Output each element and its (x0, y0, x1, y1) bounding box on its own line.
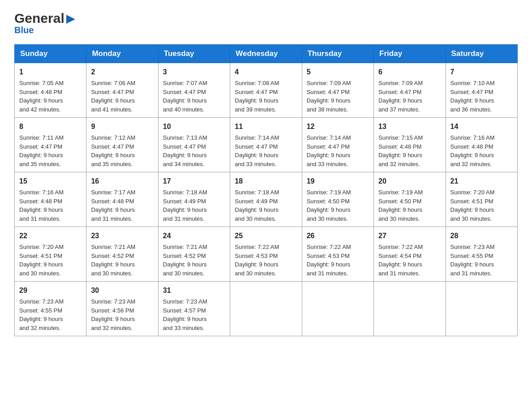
calendar-cell: 31Sunrise: 7:23 AMSunset: 4:57 PMDayligh… (158, 282, 230, 336)
day-number: 10 (163, 121, 225, 132)
day-number: 29 (19, 285, 82, 296)
day-number: 17 (163, 176, 225, 187)
day-number: 30 (91, 285, 153, 296)
calendar-cell (446, 282, 517, 336)
day-number: 14 (450, 121, 513, 132)
calendar-cell: 9Sunrise: 7:12 AMSunset: 4:47 PMDaylight… (86, 118, 158, 172)
calendar-cell (230, 282, 302, 336)
calendar-cell: 18Sunrise: 7:18 AMSunset: 4:49 PMDayligh… (230, 172, 302, 227)
day-number: 23 (91, 231, 153, 241)
calendar-cell: 26Sunrise: 7:22 AMSunset: 4:53 PMDayligh… (302, 227, 373, 282)
column-header-saturday: Saturday (446, 45, 517, 63)
day-number: 4 (235, 67, 297, 77)
day-number: 31 (163, 285, 225, 296)
calendar-cell: 29Sunrise: 7:23 AMSunset: 4:55 PMDayligh… (15, 282, 86, 336)
calendar-cell: 8Sunrise: 7:11 AMSunset: 4:47 PMDaylight… (15, 118, 86, 172)
calendar-cell: 15Sunrise: 7:16 AMSunset: 4:48 PMDayligh… (15, 172, 86, 227)
calendar-table: SundayMondayTuesdayWednesdayThursdayFrid… (14, 44, 518, 336)
day-number: 1 (19, 67, 82, 77)
day-number: 28 (450, 231, 513, 241)
column-header-monday: Monday (86, 45, 158, 63)
calendar-cell: 12Sunrise: 7:14 AMSunset: 4:47 PMDayligh… (302, 118, 373, 172)
calendar-cell: 2Sunrise: 7:06 AMSunset: 4:47 PMDaylight… (86, 63, 158, 118)
calendar-week-1: 1Sunrise: 7:05 AMSunset: 4:48 PMDaylight… (15, 63, 518, 118)
logo-arrow-icon (66, 15, 75, 24)
calendar-cell (302, 282, 373, 336)
logo-blue-text: Blue (14, 25, 34, 35)
calendar-cell: 30Sunrise: 7:23 AMSunset: 4:56 PMDayligh… (86, 282, 158, 336)
calendar-week-2: 8Sunrise: 7:11 AMSunset: 4:47 PMDaylight… (15, 118, 518, 172)
calendar-cell: 6Sunrise: 7:09 AMSunset: 4:47 PMDaylight… (374, 63, 446, 118)
day-number: 27 (378, 231, 441, 241)
calendar-cell: 21Sunrise: 7:20 AMSunset: 4:51 PMDayligh… (446, 172, 517, 227)
column-header-thursday: Thursday (302, 45, 373, 63)
calendar-week-5: 29Sunrise: 7:23 AMSunset: 4:55 PMDayligh… (15, 282, 518, 336)
calendar-cell: 24Sunrise: 7:21 AMSunset: 4:52 PMDayligh… (158, 227, 230, 282)
calendar-cell: 19Sunrise: 7:19 AMSunset: 4:50 PMDayligh… (302, 172, 373, 227)
day-number: 9 (91, 121, 153, 132)
calendar-cell: 10Sunrise: 7:13 AMSunset: 4:47 PMDayligh… (158, 118, 230, 172)
day-number: 16 (91, 176, 153, 187)
day-number: 18 (235, 176, 297, 187)
day-number: 22 (19, 231, 82, 241)
calendar-week-3: 15Sunrise: 7:16 AMSunset: 4:48 PMDayligh… (15, 172, 518, 227)
logo-general-text: General (14, 11, 64, 26)
day-number: 7 (450, 67, 513, 77)
calendar-header-row: SundayMondayTuesdayWednesdayThursdayFrid… (15, 45, 518, 63)
column-header-sunday: Sunday (15, 45, 86, 63)
svg-marker-0 (66, 15, 75, 24)
day-number: 11 (235, 121, 297, 132)
day-number: 3 (163, 67, 225, 77)
day-number: 25 (235, 231, 297, 241)
calendar-cell: 28Sunrise: 7:23 AMSunset: 4:55 PMDayligh… (446, 227, 517, 282)
calendar-cell: 23Sunrise: 7:21 AMSunset: 4:52 PMDayligh… (86, 227, 158, 282)
calendar-cell: 4Sunrise: 7:08 AMSunset: 4:47 PMDaylight… (230, 63, 302, 118)
calendar-cell: 7Sunrise: 7:10 AMSunset: 4:47 PMDaylight… (446, 63, 517, 118)
calendar-cell: 3Sunrise: 7:07 AMSunset: 4:47 PMDaylight… (158, 63, 230, 118)
column-header-tuesday: Tuesday (158, 45, 230, 63)
calendar-cell: 11Sunrise: 7:14 AMSunset: 4:47 PMDayligh… (230, 118, 302, 172)
calendar-cell: 13Sunrise: 7:15 AMSunset: 4:48 PMDayligh… (374, 118, 446, 172)
day-number: 5 (307, 67, 369, 77)
day-number: 19 (307, 176, 369, 187)
calendar-cell: 1Sunrise: 7:05 AMSunset: 4:48 PMDaylight… (15, 63, 86, 118)
day-number: 12 (307, 121, 369, 132)
calendar-cell: 14Sunrise: 7:16 AMSunset: 4:48 PMDayligh… (446, 118, 517, 172)
column-header-wednesday: Wednesday (230, 45, 302, 63)
column-header-friday: Friday (374, 45, 446, 63)
calendar-cell: 20Sunrise: 7:19 AMSunset: 4:50 PMDayligh… (374, 172, 446, 227)
calendar-week-4: 22Sunrise: 7:20 AMSunset: 4:51 PMDayligh… (15, 227, 518, 282)
calendar-cell: 25Sunrise: 7:22 AMSunset: 4:53 PMDayligh… (230, 227, 302, 282)
day-number: 2 (91, 67, 153, 77)
day-number: 20 (378, 176, 441, 187)
day-number: 6 (378, 67, 441, 77)
calendar-cell (374, 282, 446, 336)
day-number: 24 (163, 231, 225, 241)
calendar-cell: 27Sunrise: 7:22 AMSunset: 4:54 PMDayligh… (374, 227, 446, 282)
day-number: 15 (19, 176, 82, 187)
logo-area: General Blue (14, 11, 75, 35)
calendar-cell: 5Sunrise: 7:09 AMSunset: 4:47 PMDaylight… (302, 63, 373, 118)
day-number: 26 (307, 231, 369, 241)
calendar-cell: 22Sunrise: 7:20 AMSunset: 4:51 PMDayligh… (15, 227, 86, 282)
page-header: General Blue (14, 11, 518, 35)
day-number: 21 (450, 176, 513, 187)
calendar-cell: 17Sunrise: 7:18 AMSunset: 4:49 PMDayligh… (158, 172, 230, 227)
calendar-cell: 16Sunrise: 7:17 AMSunset: 4:48 PMDayligh… (86, 172, 158, 227)
day-number: 13 (378, 121, 441, 132)
day-number: 8 (19, 121, 82, 132)
